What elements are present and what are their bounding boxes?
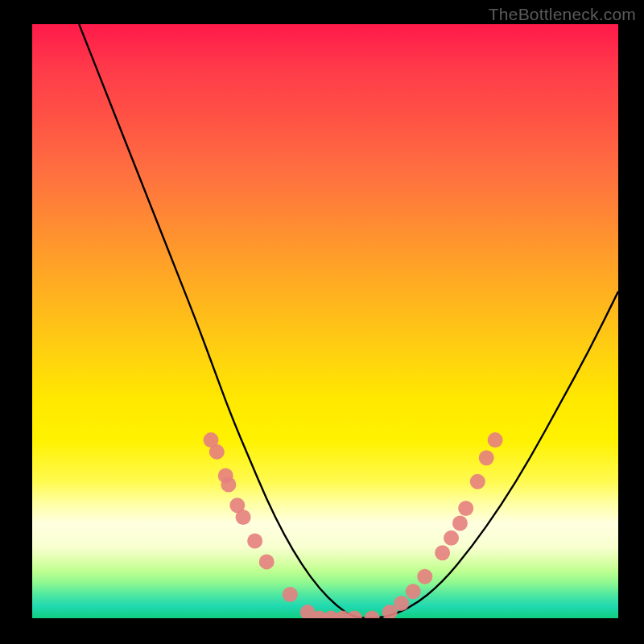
bottleneck-curve	[79, 24, 618, 618]
marker-dot	[247, 534, 262, 549]
marker-dot	[406, 584, 421, 599]
watermark-text: TheBottleneck.com	[489, 5, 636, 24]
marker-dot	[452, 515, 468, 530]
marker-dot	[209, 444, 225, 460]
marker-dot	[444, 530, 459, 546]
chart-container: TheBottleneck.com	[0, 0, 644, 644]
marker-dot	[435, 545, 450, 560]
marker-dot	[259, 554, 275, 569]
marker-dot	[347, 611, 362, 619]
marker-dot	[221, 477, 236, 492]
marker-dot	[365, 611, 380, 619]
marker-dot	[458, 501, 473, 516]
highlight-markers	[204, 432, 503, 618]
plot-area	[32, 24, 618, 618]
marker-dot	[488, 432, 503, 448]
marker-dot	[283, 587, 298, 602]
marker-dot	[236, 510, 251, 525]
marker-dot	[394, 596, 409, 611]
marker-dot	[417, 569, 432, 584]
marker-dot	[470, 474, 485, 489]
curve-svg	[32, 24, 618, 618]
marker-dot	[479, 450, 494, 465]
